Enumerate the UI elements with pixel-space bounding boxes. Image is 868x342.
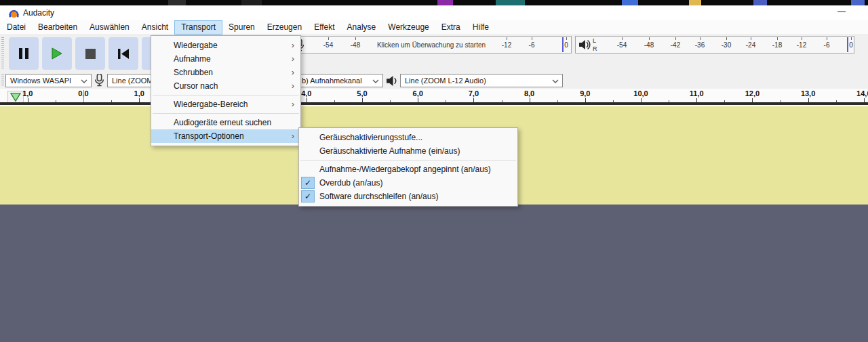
transport-option-geräuschaktivierte-aufnahme-ein-aus[interactable]: Geräuschaktivierte Aufnahme (ein/aus) [299,144,517,158]
transport-menu-item-audiogeräte-erneut-suchen[interactable]: Audiogeräte erneut suchen [151,116,300,129]
ruler-label: 1,0 [134,89,144,98]
menu-item-label: Transport-Optionen [174,131,244,141]
submenu-arrow-icon: › [292,129,294,143]
meter-tick-label: -12 [502,41,511,49]
background-app-icon [168,0,186,5]
background-taskbar-strip [0,0,868,5]
transport-menu-item-cursor-nach[interactable]: Cursor nach› [151,79,300,93]
speaker-icon [578,39,591,50]
menubar-item-effekt[interactable]: Effekt [308,20,340,35]
menu-item-label: Audiogeräte erneut suchen [174,118,271,127]
title-bar: Audacity — [0,5,868,21]
device-toolbar-grip[interactable] [1,74,4,87]
menubar-item-auswählen[interactable]: Auswählen [83,20,136,35]
ruler-label: 9,0 [580,89,590,98]
transport-option-aufnahme-wiedergabekopf-angepinnt-an-aus[interactable]: Aufnahme-/Wiedergabekopf angepinnt (an/a… [299,163,517,176]
playback-meter[interactable]: L R -54-48-42-36-30-24-18-12-60 [575,36,854,54]
background-app-icon [241,0,262,5]
menubar-item-datei[interactable]: Datei [1,20,32,35]
playback-device-dropdown[interactable]: Line (ZOOM L-12 Audio) [400,74,563,87]
background-app-icon [622,0,638,5]
menubar-item-bearbeiten[interactable]: Bearbeiten [32,20,83,35]
menu-item-label: Schrubben [174,68,213,77]
menubar-item-transport[interactable]: Transport [174,20,222,35]
menu-item-label: Overdub (an/aus) [319,178,382,188]
meter-zero-marker [847,37,848,52]
menu-item-label: Aufnahme [174,54,211,64]
skip-to-start-button[interactable] [108,37,138,70]
background-app-icon [437,0,453,5]
menu-separator [300,160,516,161]
transport-menu-item-wiedergabe-bereich[interactable]: Wiedergabe-Bereich› [151,98,300,111]
transport-option-software-durchschleifen-an-aus[interactable]: ✓Software durchschleifen (an/aus) [299,190,517,203]
submenu-arrow-icon: › [292,52,294,66]
stop-button[interactable] [75,37,105,70]
menubar-item-spuren[interactable]: Spuren [222,20,261,35]
meter-tick-label: -24 [746,41,755,49]
menubar-item-analyse[interactable]: Analyse [341,20,382,35]
ruler-label: 11,0 [690,89,704,98]
menubar-item-erzeugen[interactable]: Erzeugen [261,20,308,35]
skip-to-start-icon [118,49,129,59]
ruler-edge [0,102,868,105]
checkmark-icon: ✓ [301,190,315,202]
background-app-icon [851,0,865,5]
transport-toolbar-grip[interactable] [1,37,4,70]
transport-menu-item-wiedergabe[interactable]: Wiedergabe› [151,39,300,52]
meter-tick [532,37,532,40]
play-button[interactable] [42,37,72,70]
device-toolbar: Windows WASAPI Line (ZOOM L-12 Audio) b)… [0,72,868,89]
pause-button[interactable] [9,37,39,70]
ruler-label: 1,0 [22,89,33,98]
timeline-ruler[interactable]: 1,00,01,02,03,04,05,06,07,08,09,010,011,… [0,89,868,106]
menu-item-label: Wiedergabe [174,41,218,50]
ruler-label: 5,0 [357,89,367,98]
menu-item-label: Software durchschleifen (an/aus) [319,192,438,201]
transport-options-submenu: Geräuschaktivierungsstufe...Geräuschakti… [298,127,518,207]
menubar-item-werkzeuge[interactable]: Werkzeuge [382,20,435,35]
meter-tick-label: -54 [323,41,333,49]
recording-channels-dropdown[interactable]: b) Aufnahmekanal [297,74,383,87]
menubar-item-hilfe[interactable]: Hilfe [467,20,495,35]
meter-tick [566,37,567,40]
meter-tick [777,37,778,40]
menubar-item-extra[interactable]: Extra [435,20,467,35]
meter-tick-label: 0 [564,41,568,49]
channel-label-left: L [593,37,596,44]
meter-tick [649,37,650,40]
meter-tick-label: -12 [797,41,806,49]
toolbar-area: Klicken um Überwachung zu starten -54-48… [0,35,868,73]
meter-tick-label: -42 [671,41,680,49]
playback-device-speaker-icon [386,75,399,87]
meter-tick-label: -48 [644,41,654,49]
transport-menu-item-transport-optionen[interactable]: Transport-Optionen› [151,129,300,143]
menu-separator [153,95,299,95]
transport-menu-item-schrubben[interactable]: Schrubben› [151,66,300,79]
playhead-cursor [83,90,84,102]
meter-tick [726,37,727,40]
audio-host-dropdown[interactable]: Windows WASAPI [5,74,92,87]
meter-tick [751,37,751,40]
ruler-label: 13,0 [801,89,815,98]
meter-tick-label: -48 [351,41,360,49]
menubar-item-ansicht[interactable]: Ansicht [136,20,174,35]
chevron-down-icon [552,79,559,83]
meter-tick [827,37,827,40]
submenu-arrow-icon: › [292,79,294,93]
recording-channels-value: b) Aufnahmekanal [302,77,362,85]
meter-tick [355,37,356,40]
menu-item-label: Geräuschaktivierungsstufe... [319,133,422,142]
pause-icon [18,47,29,60]
transport-option-overdub-an-aus[interactable]: ✓Overdub (an/aus) [299,176,517,190]
minimize-button[interactable]: — [831,5,852,19]
transport-option-geräuschaktivierungsstufe[interactable]: Geräuschaktivierungsstufe... [299,131,517,144]
recording-meter[interactable]: Klicken um Überwachung zu starten -54-48… [292,36,572,54]
submenu-arrow-icon: › [292,98,294,111]
ruler-label: 14,0 [856,89,868,98]
ruler-label: 6,0 [413,89,423,98]
transport-menu-item-aufnahme[interactable]: Aufnahme› [151,52,300,66]
checkmark-icon: ✓ [301,177,315,189]
transport-menu: Wiedergabe›Aufnahme›Schrubben›Cursor nac… [151,35,301,146]
meter-tick-label: 0 [849,41,853,49]
background-app-icon [689,0,701,5]
